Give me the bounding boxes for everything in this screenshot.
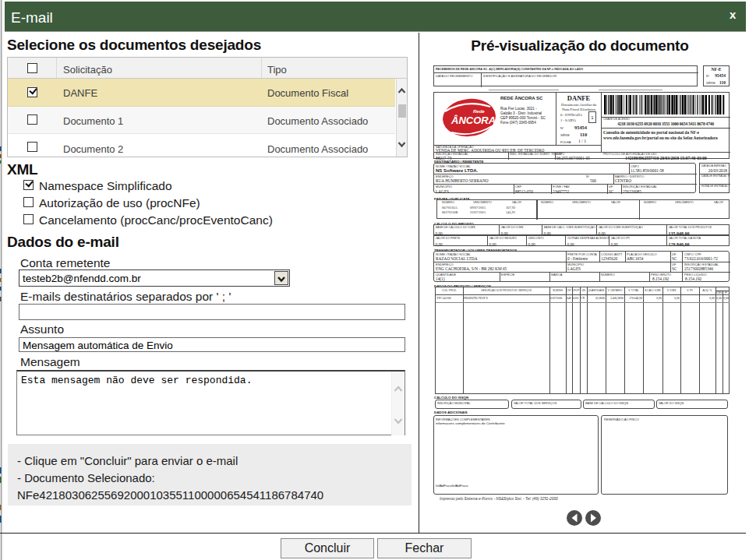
svg-text:ÂNCORA: ÂNCORA (450, 114, 496, 126)
svg-text:Rede: Rede (473, 109, 485, 114)
